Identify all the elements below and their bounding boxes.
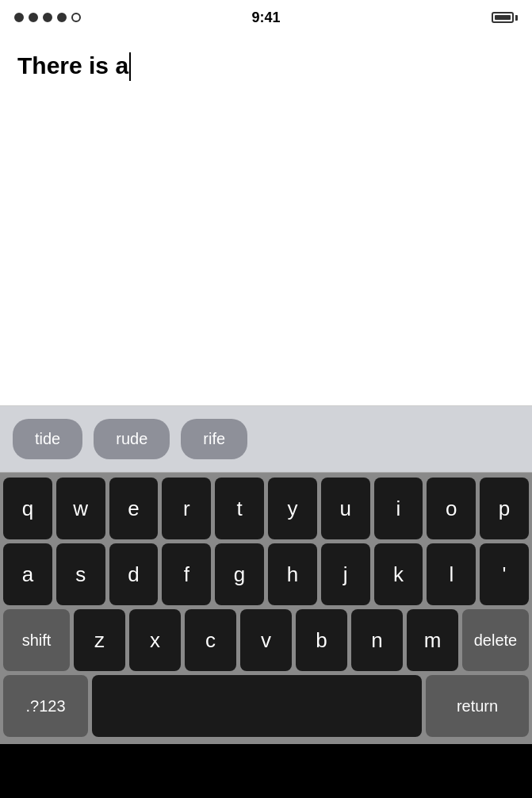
autocomplete-suggestion-3[interactable]: rife	[181, 419, 247, 459]
key-s[interactable]: s	[56, 543, 105, 605]
keyboard-row-3: shift z x c v b n m delete	[3, 609, 529, 671]
key-d[interactable]: d	[109, 543, 159, 605]
key-f[interactable]: f	[162, 543, 211, 605]
key-t[interactable]: t	[215, 478, 264, 539]
key-apostrophe[interactable]: '	[480, 543, 529, 605]
key-x[interactable]: x	[129, 609, 181, 671]
key-z[interactable]: z	[74, 609, 125, 671]
key-y[interactable]: y	[268, 478, 317, 539]
signal-dot-5	[71, 13, 81, 22]
key-k[interactable]: k	[374, 543, 423, 605]
signal-dot-1	[14, 13, 24, 22]
key-i[interactable]: i	[374, 478, 423, 539]
key-special[interactable]: .?123	[3, 675, 88, 737]
status-bar: 9:41	[0, 0, 532, 35]
status-time: 9:41	[251, 10, 280, 26]
text-area[interactable]: There is a	[0, 35, 532, 406]
key-v[interactable]: v	[240, 609, 292, 671]
key-return[interactable]: return	[426, 675, 529, 737]
text-cursor	[129, 52, 131, 81]
key-e[interactable]: e	[109, 478, 159, 539]
signal-dot-2	[29, 13, 38, 22]
signal-dot-4	[57, 13, 67, 22]
signal-dot-3	[43, 13, 52, 22]
keyboard-row-1: q w e r t y u i o p	[3, 478, 529, 539]
autocomplete-suggestion-1[interactable]: tide	[13, 419, 82, 459]
key-n[interactable]: n	[351, 609, 403, 671]
key-w[interactable]: w	[56, 478, 105, 539]
battery-body	[492, 12, 514, 23]
signal-dots	[14, 13, 81, 22]
battery-fill	[495, 15, 511, 20]
keyboard: q w e r t y u i o p a s d f g h j k l ' …	[0, 473, 532, 744]
keyboard-row-2: a s d f g h j k l '	[3, 543, 529, 605]
keyboard-row-4: .?123 return	[3, 675, 529, 737]
battery-icon	[492, 12, 518, 23]
key-m[interactable]: m	[407, 609, 458, 671]
key-o[interactable]: o	[427, 478, 476, 539]
text-value: There is a	[17, 52, 128, 79]
key-shift[interactable]: shift	[3, 609, 70, 671]
key-delete[interactable]: delete	[462, 609, 529, 671]
key-space[interactable]	[92, 675, 422, 737]
key-h[interactable]: h	[268, 543, 317, 605]
battery-tip	[515, 15, 518, 21]
key-j[interactable]: j	[321, 543, 370, 605]
key-g[interactable]: g	[215, 543, 264, 605]
text-content: There is a	[17, 52, 515, 81]
key-q[interactable]: q	[3, 478, 52, 539]
autocomplete-bar: tide rude rife	[0, 406, 532, 473]
autocomplete-suggestion-2[interactable]: rude	[94, 419, 170, 459]
key-a[interactable]: a	[3, 543, 52, 605]
key-l[interactable]: l	[427, 543, 476, 605]
key-u[interactable]: u	[321, 478, 370, 539]
key-b[interactable]: b	[296, 609, 347, 671]
key-p[interactable]: p	[480, 478, 529, 539]
key-c[interactable]: c	[185, 609, 236, 671]
key-r[interactable]: r	[162, 478, 211, 539]
